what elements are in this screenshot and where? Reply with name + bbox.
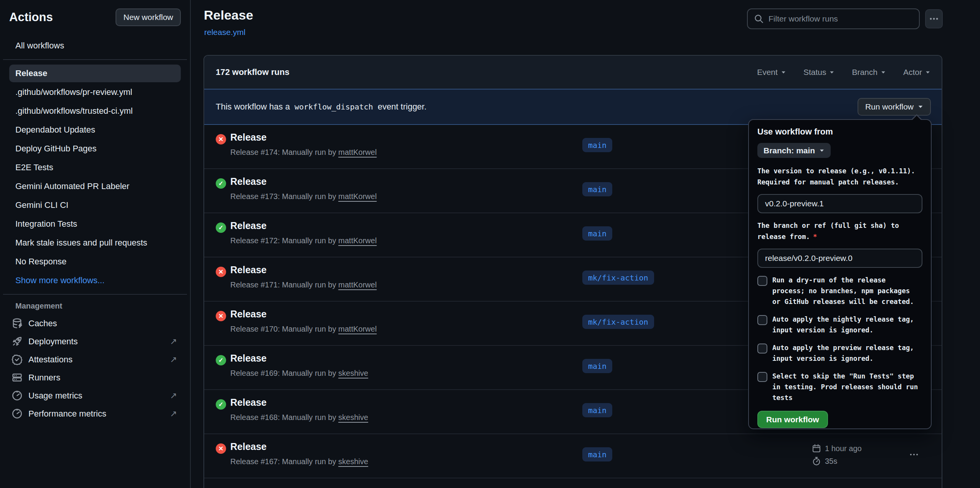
skip-tests-checkbox[interactable]	[757, 372, 767, 382]
chevron-down-icon	[881, 71, 885, 73]
banner-code: workflow_dispatch	[294, 102, 373, 111]
sidebar-item-runners[interactable]: Runners	[9, 368, 181, 387]
run-status-icon	[216, 443, 226, 454]
sidebar-item-label: Deployments	[28, 337, 78, 347]
chevron-down-icon	[919, 106, 923, 108]
run-actor-link[interactable]: skeshive	[338, 369, 368, 377]
sidebar-item-label: Caches	[28, 319, 57, 329]
checkbox-label: Run a dry-run of the release process; no…	[772, 275, 914, 307]
sidebar-item-caches[interactable]: Caches	[9, 314, 181, 332]
sidebar-divider	[3, 59, 187, 60]
meter-icon	[12, 390, 23, 401]
workflow-run-row[interactable]: Release Release #167: Manually run by sk…	[204, 434, 942, 478]
run-branch-badge[interactable]: main	[582, 182, 612, 196]
sidebar-item-workflow[interactable]: Gemini CLI CI	[9, 196, 181, 214]
actions-page: Actions New workflow All workflows Relea…	[0, 0, 980, 488]
run-actor-link[interactable]: mattKorwel	[338, 236, 377, 245]
workflow-options-kebab-button[interactable]	[925, 9, 943, 28]
run-status-icon	[216, 267, 226, 277]
run-actor-link[interactable]: mattKorwel	[338, 325, 377, 333]
run-meta: 1 hour ago 35s	[812, 444, 862, 466]
sidebar-item-workflow[interactable]: Mark stale issues and pull requests	[9, 234, 181, 252]
run-actor-link[interactable]: skeshive	[338, 413, 368, 422]
run-branch-badge[interactable]: main	[582, 447, 612, 461]
ref-input-description: The branch or ref (full git sha) to rele…	[757, 222, 899, 241]
run-status-icon	[216, 222, 226, 233]
run-workflow-popover: Use workflow from Branch: main The versi…	[748, 119, 932, 429]
nightly-tag-option: Auto apply the nightly release tag, inpu…	[757, 314, 922, 335]
show-more-workflows-link[interactable]: Show more workflows...	[9, 272, 181, 289]
run-kebab-button[interactable]	[909, 450, 919, 460]
banner-text: event trigger.	[378, 102, 426, 112]
page-title: Release	[204, 8, 253, 23]
chevron-down-icon	[926, 71, 930, 73]
ref-input[interactable]	[757, 249, 922, 268]
required-asterisk: *	[813, 233, 817, 241]
runs-list-header: 172 workflow runs Event Status Branch Ac…	[204, 56, 942, 89]
sidebar-item-workflow[interactable]: .github/workflows/trusted-ci.yml	[9, 102, 181, 120]
meter-icon	[12, 408, 23, 419]
external-link-icon: ↗	[170, 337, 177, 347]
runs-count: 172 workflow runs	[216, 67, 289, 77]
rocket-icon	[12, 336, 23, 347]
run-actor-link[interactable]: mattKorwel	[338, 281, 377, 289]
sidebar-item-workflow[interactable]: Dependabot Updates	[9, 121, 181, 139]
management-section-label: Management	[15, 302, 175, 310]
workflow-file-link[interactable]: release.yml	[204, 28, 245, 37]
run-branch-badge[interactable]: main	[582, 359, 612, 373]
verified-icon	[12, 354, 23, 365]
run-branch-badge[interactable]: mk/fix-action	[582, 315, 654, 329]
run-status-icon	[216, 134, 226, 144]
run-status-icon	[216, 311, 226, 321]
sidebar-item-label: Runners	[28, 373, 60, 383]
external-link-icon: ↗	[170, 355, 177, 365]
sidebar-item-label: Usage metrics	[28, 391, 83, 401]
sidebar-item-label: Attestations	[28, 355, 73, 365]
status-filter-dropdown[interactable]: Status	[803, 68, 835, 77]
run-actor-link[interactable]: skeshive	[338, 457, 368, 466]
sidebar-item-attestations[interactable]: Attestations ↗	[9, 350, 181, 368]
sidebar-item-workflow[interactable]: Integration Tests	[9, 215, 181, 233]
branch-filter-dropdown[interactable]: Branch	[852, 68, 886, 77]
popover-heading: Use workflow from	[757, 127, 922, 137]
run-actor-link[interactable]: mattKorwel	[338, 148, 377, 156]
run-branch-badge[interactable]: main	[582, 226, 612, 241]
sidebar-item-release[interactable]: Release	[9, 65, 181, 82]
run-workflow-dropdown-button[interactable]: Run workflow	[858, 98, 931, 116]
calendar-icon	[812, 444, 821, 453]
preview-tag-checkbox[interactable]	[757, 344, 767, 354]
sidebar-item-usage-metrics[interactable]: Usage metrics ↗	[9, 387, 181, 405]
banner-text: This workflow has a	[216, 102, 290, 112]
run-branch-badge[interactable]: mk/fix-action	[582, 271, 654, 285]
sidebar-item-performance-metrics[interactable]: Performance metrics ↗	[9, 405, 181, 423]
sidebar-title: Actions	[9, 10, 53, 24]
chevron-down-icon	[820, 149, 824, 152]
dry-run-checkbox[interactable]	[757, 276, 767, 286]
sidebar-item-all-workflows[interactable]: All workflows	[9, 37, 181, 55]
run-branch-badge[interactable]: main	[582, 403, 612, 417]
sidebar-item-label: Performance metrics	[28, 409, 106, 419]
branch-selector-button[interactable]: Branch: main	[757, 143, 831, 158]
run-actor-link[interactable]: mattKorwel	[338, 192, 377, 201]
nightly-tag-checkbox[interactable]	[757, 315, 767, 325]
run-time: 1 hour ago	[825, 444, 862, 453]
search-icon	[754, 14, 764, 24]
sidebar-item-workflow[interactable]: E2E Tests	[9, 159, 181, 176]
external-link-icon: ↗	[170, 409, 177, 419]
run-branch-badge[interactable]: main	[582, 138, 612, 152]
sidebar-item-workflow[interactable]: .github/workflows/pr-review.yml	[9, 83, 181, 101]
actor-filter-dropdown[interactable]: Actor	[903, 68, 930, 77]
sidebar-item-deployments[interactable]: Deployments ↗	[9, 332, 181, 350]
run-status-icon	[216, 355, 226, 365]
run-status-icon	[216, 178, 226, 189]
sidebar-item-workflow[interactable]: No Response	[9, 253, 181, 271]
sidebar-item-workflow[interactable]: Gemini Automated PR Labeler	[9, 178, 181, 195]
dry-run-option: Run a dry-run of the release process; no…	[757, 275, 922, 307]
event-filter-dropdown[interactable]: Event	[757, 68, 786, 77]
new-workflow-button[interactable]: New workflow	[116, 8, 181, 26]
version-input[interactable]	[757, 194, 922, 213]
chevron-down-icon	[782, 71, 785, 73]
sidebar-item-workflow[interactable]: Deploy GitHub Pages	[9, 140, 181, 158]
filter-workflow-runs-input[interactable]	[768, 14, 913, 23]
run-workflow-submit-button[interactable]: Run workflow	[757, 411, 828, 428]
